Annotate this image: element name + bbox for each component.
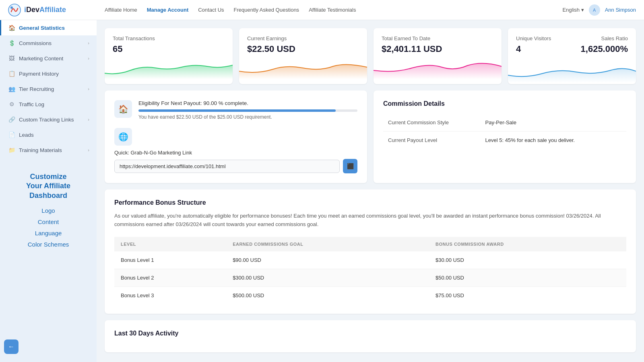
- chevron-right-icon-3: ›: [88, 86, 89, 91]
- sidebar-label-traffic-log: Traffic Log: [19, 101, 44, 107]
- sidebar-item-payment-history[interactable]: 📋 Payment History: [0, 66, 97, 81]
- payout-eligibility-text: Eligibility For Next Payout: 90.00 % com…: [138, 100, 357, 106]
- language-selector[interactable]: English ▾: [562, 7, 584, 13]
- payout-info: Eligibility For Next Payout: 90.00 % com…: [138, 100, 357, 120]
- sidebar-item-general-statistics[interactable]: 🏠 General Statistics: [0, 20, 97, 35]
- commissions-icon: 💲: [8, 40, 15, 46]
- bonus-level-2: Bonus Level 2: [114, 269, 226, 286]
- marketing-icon: 🖼: [8, 55, 15, 62]
- stat-label-unique-visitors: Unique Visitors: [516, 35, 551, 41]
- customize-link-content[interactable]: Content: [13, 217, 84, 227]
- customize-link-language[interactable]: Language: [13, 228, 84, 238]
- chevron-right-icon-2: ›: [88, 56, 89, 61]
- customize-links: Logo Content Language Color Schemes: [13, 206, 84, 249]
- payout-link-section: 🌐 Quick: Grab-N-Go Marketing Link ⬛: [114, 128, 357, 173]
- payout-sub-text: You have earned $22.50 USD of the $25.00…: [138, 114, 357, 120]
- activity-card: Last 30 Days Activity: [105, 320, 636, 352]
- commission-label-style: Current Commission Style: [383, 114, 481, 132]
- performance-bonus-card: Performance Bonus Structure As our value…: [105, 189, 636, 314]
- sidebar-label-general-statistics: General Statistics: [19, 25, 65, 31]
- logo-text: iDevAffiliate: [24, 6, 66, 14]
- training-icon: 📁: [8, 147, 15, 153]
- commission-value-style: Pay-Per-Sale: [481, 114, 626, 132]
- payout-card: 🏠 Eligibility For Next Payout: 90.00 % c…: [105, 90, 367, 183]
- sidebar-label-commissions: Commissions: [19, 40, 52, 46]
- sidebar-label-marketing-content: Marketing Content: [19, 56, 63, 62]
- bonus-table-header-row: LEVEL EARNED COMMISSIONS GOAL BONUS COMM…: [114, 237, 626, 251]
- sidebar-label-training-materials: Training Materials: [19, 147, 62, 153]
- bonus-goal-3: $500.00 USD: [226, 286, 429, 304]
- nav-affiliate-home[interactable]: Affiliate Home: [105, 7, 137, 13]
- sidebar-item-training-materials[interactable]: 📁 Training Materials ›: [0, 142, 97, 158]
- user-name[interactable]: Ann Simpson: [605, 7, 636, 13]
- bonus-row-3: Bonus Level 3 $500.00 USD $75.00 USD: [114, 286, 626, 304]
- stat-label-total-transactions: Total Transactions: [113, 35, 225, 41]
- sidebar-label-custom-tracking-links: Custom Tracking Links: [19, 117, 74, 123]
- sidebar-label-leads: Leads: [19, 132, 34, 138]
- nav-right: English ▾ A Ann Simpson: [562, 4, 636, 16]
- chart-current-earnings: [239, 59, 367, 79]
- bonus-goal-1: $90.00 USD: [226, 251, 429, 269]
- sidebar-bottom: ←: [0, 264, 97, 277]
- payout-link-label: Quick: Grab-N-Go Marketing Link: [114, 150, 357, 156]
- bonus-col-goal: EARNED COMMISSIONS GOAL: [226, 237, 429, 251]
- logo-icon: [8, 4, 21, 16]
- sidebar-label-payment-history: Payment History: [19, 71, 59, 77]
- main-layout: 🏠 General Statistics 💲 Commissions › 🖼 M…: [0, 20, 644, 362]
- nav-faq[interactable]: Frequently Asked Questions: [234, 7, 299, 13]
- bonus-table: LEVEL EARNED COMMISSIONS GOAL BONUS COMM…: [114, 237, 626, 304]
- customize-link-color-schemes[interactable]: Color Schemes: [13, 240, 84, 249]
- chart-visitors: [508, 62, 636, 82]
- bonus-award-3: $75.00 USD: [429, 286, 626, 304]
- activity-title: Last 30 Days Activity: [114, 330, 626, 337]
- back-button[interactable]: ←: [4, 339, 19, 354]
- stat-label-current-earnings: Current Earnings: [247, 35, 359, 41]
- payout-progress-fill: [138, 109, 336, 112]
- commission-label-payout: Current Payout Level: [383, 132, 481, 149]
- commission-row-style: Current Commission Style Pay-Per-Sale: [383, 114, 626, 132]
- user-avatar: A: [589, 4, 600, 16]
- customize-title: CustomizeYour AffiliateDashboard: [13, 172, 84, 200]
- leads-icon: 📄: [8, 132, 15, 138]
- nav-manage-account[interactable]: Manage Account: [147, 7, 189, 13]
- copy-link-button[interactable]: ⬛: [343, 159, 357, 173]
- payout-top: 🏠 Eligibility For Next Payout: 90.00 % c…: [114, 100, 357, 120]
- customize-section: CustomizeYour AffiliateDashboard Logo Co…: [6, 166, 90, 256]
- commission-table: Current Commission Style Pay-Per-Sale Cu…: [383, 114, 626, 149]
- bonus-goal-2: $300.00 USD: [226, 269, 429, 286]
- chevron-right-icon-4: ›: [88, 117, 89, 122]
- sidebar-item-commissions[interactable]: 💲 Commissions ›: [0, 35, 97, 51]
- bonus-row-1: Bonus Level 1 $90.00 USD $30.00 USD: [114, 251, 626, 269]
- chart-total-earned: [374, 59, 502, 79]
- logo-area: iDevAffiliate: [8, 4, 105, 16]
- sidebar-item-tier-recruiting[interactable]: 👥 Tier Recruiting ›: [0, 81, 97, 97]
- sidebar-item-leads[interactable]: 📄 Leads: [0, 127, 97, 142]
- chevron-right-icon: ›: [88, 41, 89, 45]
- bonus-level-3: Bonus Level 3: [114, 286, 226, 304]
- tracking-icon: 🔗: [8, 116, 15, 123]
- sidebar-item-marketing-content[interactable]: 🖼 Marketing Content ›: [0, 51, 97, 66]
- svg-point-1: [10, 6, 13, 9]
- customize-link-logo[interactable]: Logo: [13, 206, 84, 216]
- stat-label-sales-ratio: Sales Ratio: [581, 35, 628, 41]
- payout-link-row: ⬛: [114, 159, 357, 173]
- stats-row: Total Transactions 65 Current Earnings: [105, 28, 636, 84]
- performance-bonus-title: Performance Bonus Structure: [114, 199, 626, 206]
- traffic-icon: ⚙: [8, 101, 15, 107]
- stat-value-total-transactions: 65: [113, 44, 225, 54]
- stat-value-unique-visitors: 4: [516, 44, 551, 54]
- payout-icon-box: 🏠: [114, 100, 132, 118]
- nav-contact-us[interactable]: Contact Us: [198, 7, 224, 13]
- nav-testimonials[interactable]: Affiliate Testimonials: [309, 7, 356, 13]
- content-area: Total Transactions 65 Current Earnings: [97, 20, 644, 362]
- marketing-link-input[interactable]: [114, 160, 340, 173]
- sidebar: 🏠 General Statistics 💲 Commissions › 🖼 M…: [0, 20, 97, 362]
- sidebar-item-traffic-log[interactable]: ⚙ Traffic Log: [0, 97, 97, 112]
- bonus-col-award: BONUS COMMISSION AWARD: [429, 237, 626, 251]
- commission-row-payout: Current Payout Level Level 5: 45% for ea…: [383, 132, 626, 149]
- sidebar-item-custom-tracking-links[interactable]: 🔗 Custom Tracking Links ›: [0, 112, 97, 127]
- performance-bonus-desc: As our valued affiliate, you're automati…: [114, 212, 626, 229]
- chart-total-transactions: [105, 59, 233, 79]
- bonus-level-1: Bonus Level 1: [114, 251, 226, 269]
- commission-value-payout: Level 5: 45% for each sale you deliver.: [481, 132, 626, 149]
